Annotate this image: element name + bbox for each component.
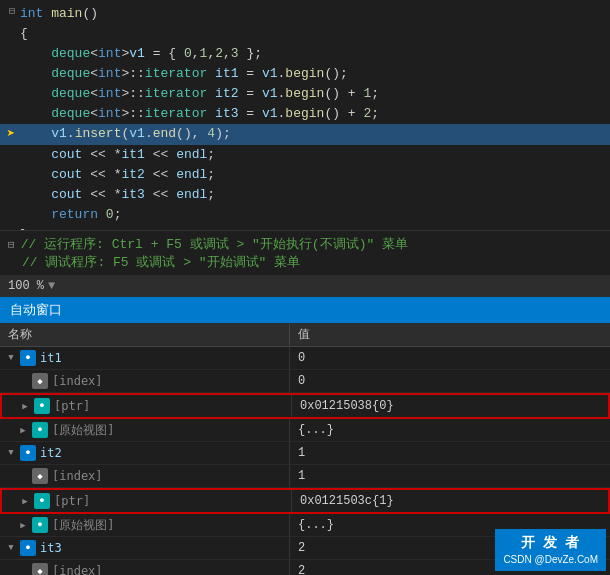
row-name-cell: ◆ [index]	[0, 465, 290, 487]
zoom-bar: 100 % ▼	[0, 275, 610, 297]
expand-btn[interactable]	[16, 518, 30, 532]
row-name-cell: ● [原始视图]	[0, 419, 290, 441]
var-icon: ◆	[32, 468, 48, 484]
var-icon: ●	[20, 540, 36, 556]
table-row[interactable]: ● it1 0	[0, 347, 610, 370]
row-name-cell: ● [ptr]	[2, 395, 292, 417]
code-line-content: cout << *it3 << endl;	[20, 185, 606, 205]
var-name: [index]	[52, 564, 103, 575]
row-name-cell: ● it1	[0, 347, 290, 369]
var-icon: ●	[34, 398, 50, 414]
table-row-ptr-it1[interactable]: ● [ptr] 0x01215038{0}	[0, 393, 610, 419]
table-header: 名称 值	[0, 323, 610, 347]
code-line: deque<int>::iterator it2 = v1.begin() + …	[0, 84, 610, 104]
expand-btn[interactable]	[18, 399, 32, 413]
code-line-content: cout << *it2 << endl;	[20, 165, 606, 185]
code-line: ⊟ int main()	[0, 4, 610, 24]
expand-btn[interactable]	[18, 494, 32, 508]
auto-window-title: 自动窗口	[10, 301, 62, 319]
debug-arrow-icon: ➤	[4, 124, 20, 145]
col-header-value: 值	[290, 324, 610, 345]
code-editor: ⊟ int main() { deque<int>v1 = { 0,1,2,3 …	[0, 0, 610, 230]
var-name: [ptr]	[54, 494, 90, 508]
var-icon: ◆	[32, 373, 48, 389]
var-name: it1	[40, 351, 62, 365]
code-line-content: deque<int>::iterator it2 = v1.begin() + …	[20, 84, 606, 104]
row-name-cell: ◆ [index]	[0, 560, 290, 575]
code-line-content: {	[20, 24, 606, 44]
code-line-content: deque<int>v1 = { 0,1,2,3 };	[20, 44, 606, 64]
var-icon: ●	[20, 350, 36, 366]
code-line: deque<int>v1 = { 0,1,2,3 };	[0, 44, 610, 64]
table-row[interactable]: ● it2 1	[0, 442, 610, 465]
expand-placeholder	[16, 564, 30, 575]
code-line-content: cout << *it1 << endl;	[20, 145, 606, 165]
row-name-cell: ● it2	[0, 442, 290, 464]
zoom-dropdown-icon[interactable]: ▼	[48, 279, 55, 293]
var-name: it2	[40, 446, 62, 460]
row-value-cell: 0x0121503c{1}	[292, 493, 608, 509]
code-line: }	[0, 225, 610, 230]
auto-window-header: 自动窗口	[0, 297, 610, 323]
var-name: [原始视图]	[52, 517, 114, 534]
table-row[interactable]: ◆ [index] 0	[0, 370, 610, 393]
comment-collapse-icon[interactable]: ⊟	[8, 238, 15, 251]
code-line-content: deque<int>::iterator it3 = v1.begin() + …	[20, 104, 606, 124]
watermark-line2: CSDN @DevZe.CoM	[503, 553, 598, 567]
col-header-name: 名称	[0, 324, 290, 345]
code-line: deque<int>::iterator it3 = v1.begin() + …	[0, 104, 610, 124]
expand-btn[interactable]	[4, 351, 18, 365]
code-line-content: int main()	[20, 4, 606, 24]
row-value-cell: 0	[290, 373, 610, 389]
row-value-cell: 0x01215038{0}	[292, 398, 608, 414]
var-icon: ●	[20, 445, 36, 461]
row-name-cell: ● [ptr]	[2, 490, 292, 512]
gutter-collapse-icon[interactable]: ⊟	[4, 4, 20, 19]
expand-placeholder	[16, 374, 30, 388]
expand-btn[interactable]	[4, 446, 18, 460]
table-row[interactable]: ◆ [index] 1	[0, 465, 610, 488]
row-value-cell: 0	[290, 350, 610, 366]
var-name: [原始视图]	[52, 422, 114, 439]
row-name-cell: ◆ [index]	[0, 370, 290, 392]
code-line: return 0;	[0, 205, 610, 225]
var-icon: ●	[32, 422, 48, 438]
code-line-current: ➤ v1.insert(v1.end(), 4);	[0, 124, 610, 145]
code-line: cout << *it3 << endl;	[0, 185, 610, 205]
expand-btn[interactable]	[16, 423, 30, 437]
var-icon: ●	[34, 493, 50, 509]
watermark: 开 发 者 CSDN @DevZe.CoM	[495, 529, 606, 571]
code-line-content: deque<int>::iterator it1 = v1.begin();	[20, 64, 606, 84]
row-value-cell: 1	[290, 468, 610, 484]
table-row-ptr-it2[interactable]: ● [ptr] 0x0121503c{1}	[0, 488, 610, 514]
var-name: [index]	[52, 469, 103, 483]
code-line: cout << *it1 << endl;	[0, 145, 610, 165]
code-line-content: return 0;	[20, 205, 606, 225]
code-line: {	[0, 24, 610, 44]
row-value-cell: 1	[290, 445, 610, 461]
code-line: cout << *it2 << endl;	[0, 165, 610, 185]
row-name-cell: ● [原始视图]	[0, 514, 290, 536]
var-name: it3	[40, 541, 62, 555]
row-value-cell: {...}	[290, 422, 610, 438]
table-row[interactable]: ● [原始视图] {...}	[0, 419, 610, 442]
var-name: [index]	[52, 374, 103, 388]
expand-placeholder	[16, 469, 30, 483]
comment-block: ⊟ // 运行程序: Ctrl + F5 或调试 > "开始执行(不调试)" 菜…	[0, 230, 610, 275]
expand-btn[interactable]	[4, 541, 18, 555]
comment-line-2: // 调试程序: F5 或调试 > "开始调试" 菜单	[22, 255, 300, 270]
code-line-content: v1.insert(v1.end(), 4);	[20, 124, 606, 144]
watermark-line1: 开 发 者	[503, 533, 598, 553]
code-line: deque<int>::iterator it1 = v1.begin();	[0, 64, 610, 84]
var-name: [ptr]	[54, 399, 90, 413]
comment-line-1: // 运行程序: Ctrl + F5 或调试 > "开始执行(不调试)" 菜单	[21, 235, 408, 253]
code-line-content: }	[20, 225, 606, 230]
var-icon: ●	[32, 517, 48, 533]
row-name-cell: ● it3	[0, 537, 290, 559]
zoom-level: 100 %	[8, 279, 44, 293]
var-icon: ◆	[32, 563, 48, 575]
